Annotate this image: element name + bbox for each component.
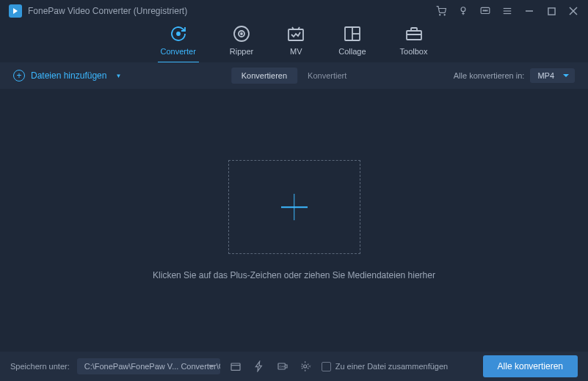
gpu-icon[interactable]: OFF <box>275 358 291 374</box>
merge-label: Zu einer Datei zusammenfügen <box>335 362 448 371</box>
convert-all-button[interactable]: Alle konvertieren <box>483 355 578 377</box>
chevron-down-icon: ▼ <box>115 73 121 79</box>
settings-icon[interactable] <box>298 358 314 374</box>
svg-rect-22 <box>407 31 421 40</box>
body-area: Klicken Sie auf das Plus-Zeichen oder zi… <box>0 89 588 352</box>
tab-toolbox[interactable]: Toolbox <box>400 25 428 63</box>
message-icon[interactable] <box>479 5 491 17</box>
svg-rect-11 <box>548 7 554 14</box>
svg-point-0 <box>440 15 440 15</box>
convert-all-label: Alle konvertieren in: <box>454 71 525 80</box>
svg-rect-23 <box>231 363 240 370</box>
svg-point-2 <box>461 7 465 12</box>
save-path-dropdown[interactable]: C:\FonePaw\FonePaw V... Converter\Conver… <box>77 358 220 374</box>
tab-label: Toolbox <box>400 47 428 56</box>
tab-label: Collage <box>338 47 366 56</box>
status-tab-converting[interactable]: Konvertieren <box>231 68 297 84</box>
tab-ripper[interactable]: Ripper <box>230 25 253 63</box>
converter-icon <box>170 25 187 43</box>
status-tab-converted[interactable]: Konvertiert <box>297 68 357 84</box>
titlebar: FonePaw Video Converter (Unregistriert) <box>0 0 588 22</box>
subbar: + Dateien hinzufügen ▼ Konvertieren Konv… <box>0 62 588 89</box>
footer: Speichern unter: C:\FonePaw\FonePaw V...… <box>0 352 588 381</box>
drop-zone[interactable] <box>228 160 360 254</box>
drop-hint-text: Klicken Sie auf das Plus-Zeichen oder zi… <box>153 270 435 280</box>
checkbox-icon <box>322 362 331 371</box>
plus-circle-icon: + <box>13 70 25 81</box>
speed-icon[interactable] <box>251 358 267 374</box>
main-tabs: Converter Ripper MV Collage Toolbox <box>0 22 588 62</box>
plus-icon <box>280 192 309 222</box>
tab-mv[interactable]: MV <box>287 25 305 63</box>
tab-converter[interactable]: Converter <box>161 25 196 63</box>
svg-point-5 <box>484 10 485 11</box>
tab-label: Ripper <box>230 47 253 56</box>
key-icon[interactable] <box>457 5 469 17</box>
tab-collage[interactable]: Collage <box>338 25 366 63</box>
app-logo <box>9 4 22 18</box>
window-title: FonePaw Video Converter (Unregistriert) <box>28 6 435 16</box>
toolbox-icon <box>405 25 423 43</box>
svg-point-1 <box>444 15 445 15</box>
add-files-button[interactable]: + Dateien hinzufügen ▼ <box>13 70 121 81</box>
svg-point-4 <box>483 10 484 11</box>
svg-text:OFF: OFF <box>279 365 286 369</box>
tab-label: MV <box>290 47 302 56</box>
status-tabs: Konvertieren Konvertiert <box>231 68 357 84</box>
svg-point-6 <box>487 10 487 11</box>
svg-point-26 <box>303 365 306 368</box>
convert-all-section: Alle konvertieren in: MP4 <box>454 68 575 83</box>
close-icon[interactable] <box>567 5 579 17</box>
add-files-label: Dateien hinzufügen <box>31 70 106 81</box>
menu-icon[interactable] <box>501 5 513 17</box>
maximize-icon[interactable] <box>545 5 557 17</box>
tab-label: Converter <box>161 47 196 56</box>
svg-point-14 <box>177 32 180 35</box>
merge-checkbox[interactable]: Zu einer Datei zusammenfügen <box>322 362 448 371</box>
format-dropdown[interactable]: MP4 <box>530 68 575 83</box>
save-label: Speichern unter: <box>10 362 70 371</box>
ripper-icon <box>233 25 250 43</box>
titlebar-controls <box>435 5 579 17</box>
mv-icon <box>287 25 305 43</box>
folder-icon[interactable] <box>228 358 244 374</box>
svg-point-17 <box>241 33 242 35</box>
collage-icon <box>344 25 361 43</box>
cart-icon[interactable] <box>435 5 447 17</box>
minimize-icon[interactable] <box>523 5 535 17</box>
